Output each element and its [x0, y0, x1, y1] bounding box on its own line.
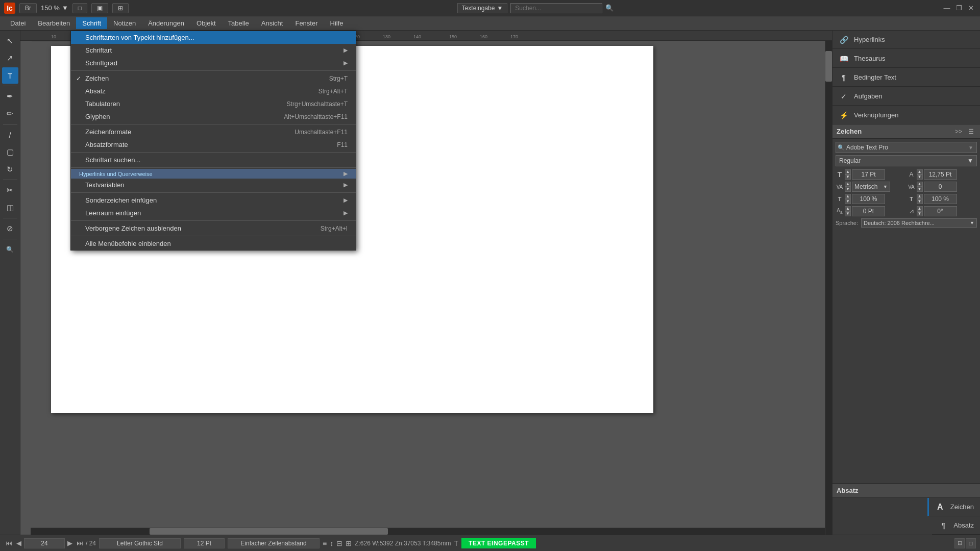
- tracking-up-btn[interactable]: ▲: [917, 182, 923, 187]
- tool-pen[interactable]: ✒: [2, 88, 18, 105]
- tab-bedingter[interactable]: ¶ Bedingter Text: [832, 68, 980, 87]
- tool-type[interactable]: T: [2, 67, 18, 84]
- baseline-down-btn[interactable]: ▼: [845, 211, 851, 216]
- tool-select[interactable]: ↖: [2, 33, 18, 49]
- menu-typekit[interactable]: Schriftarten von Typekit hinzufügen...: [71, 31, 356, 44]
- angle-up-btn[interactable]: ▲: [917, 206, 923, 211]
- font-style-dropdown[interactable]: Regular ▼: [836, 155, 977, 166]
- kerning-down-btn[interactable]: ▼: [845, 187, 851, 192]
- zeichen-expand-btn[interactable]: >>: [953, 128, 964, 135]
- menu-zeichenformate[interactable]: Zeichenformate Umschalttaste+F11: [71, 126, 356, 138]
- vscroll-thumb[interactable]: [825, 51, 832, 82]
- font-size-input[interactable]: 17 Pt: [852, 169, 885, 180]
- baseline-input[interactable]: 0 Pt: [852, 206, 885, 216]
- size-stepper[interactable]: ▲ ▼: [845, 169, 851, 180]
- tab-hyperlinks[interactable]: 🔗 Hyperlinks: [832, 31, 980, 49]
- tool-eyedropper[interactable]: ⊘: [2, 220, 18, 237]
- menu-verborgene[interactable]: Verborgene Zeichen ausblenden Strg+Alt+I: [71, 222, 356, 235]
- menu-zeichen[interactable]: ✓ Zeichen Strg+T: [71, 72, 356, 85]
- menu-tabelle[interactable]: Tabelle: [222, 17, 255, 29]
- hscroll-thumb[interactable]: [150, 528, 388, 535]
- menu-datei[interactable]: Datei: [4, 17, 32, 29]
- menu-schrift[interactable]: Schrift: [76, 17, 107, 29]
- layout-btn-1[interactable]: □: [72, 3, 87, 13]
- scale-h-up-btn[interactable]: ▲: [845, 194, 851, 199]
- tool-direct-select[interactable]: ↗: [2, 50, 18, 66]
- line-spacing-status[interactable]: Einfacher Zeilenabstand: [228, 538, 320, 548]
- zoom-dropdown-icon[interactable]: ▼: [62, 4, 68, 12]
- tool-pencil[interactable]: ✏: [2, 106, 18, 122]
- page-first-btn[interactable]: ⏮: [4, 539, 14, 547]
- tracking-stepper[interactable]: ▲ ▼: [917, 182, 923, 192]
- layout-btn-3[interactable]: ⊞: [112, 3, 129, 13]
- menu-absatz[interactable]: Absatz Strg+Alt+T: [71, 85, 356, 97]
- texteingabe-label[interactable]: Texteingabe ▼: [457, 3, 508, 13]
- angle-down-btn[interactable]: ▼: [917, 211, 923, 216]
- zeichen-menu-btn[interactable]: ☰: [966, 128, 976, 135]
- kerning-stepper[interactable]: ▲ ▼: [845, 182, 851, 192]
- layout-btn-2[interactable]: ▣: [91, 3, 108, 13]
- vertical-scrollbar[interactable]: [825, 41, 832, 535]
- view-btn-2[interactable]: □: [966, 538, 976, 548]
- menu-fenster[interactable]: Fenster: [289, 17, 324, 29]
- sprache-dropdown[interactable]: Deutsch: 2006 Rechtschre... ▼: [861, 218, 977, 228]
- page-last-btn[interactable]: ⏭: [75, 539, 85, 547]
- tab-thesaurus[interactable]: 📖 Thesaurus: [832, 49, 980, 68]
- close-button[interactable]: ✕: [967, 4, 976, 13]
- search-input[interactable]: [510, 3, 602, 13]
- scale-v-down-btn[interactable]: ▼: [917, 199, 923, 204]
- horizontal-scrollbar[interactable]: [31, 528, 825, 535]
- scale-v-up-btn[interactable]: ▲: [917, 194, 923, 199]
- page-next-btn[interactable]: ▶: [66, 539, 74, 547]
- tool-frame[interactable]: ▢: [2, 144, 18, 160]
- page-number-input[interactable]: 24: [24, 538, 65, 548]
- scale-v-stepper[interactable]: ▲ ▼: [917, 194, 923, 204]
- font-size-status[interactable]: 12 Pt: [184, 538, 225, 548]
- tab-absatz[interactable]: ¶ Absatz: [932, 516, 980, 535]
- tool-zoom[interactable]: 🔍: [2, 241, 18, 258]
- search-icon[interactable]: 🔍: [605, 4, 614, 12]
- menu-tabulatoren[interactable]: Tabulatoren Strg+Umschalttaste+T: [71, 97, 356, 110]
- menu-ansicht[interactable]: Ansicht: [255, 17, 289, 29]
- kerning-up-btn[interactable]: ▲: [845, 182, 851, 187]
- kerning-dropdown[interactable]: Metrisch ▼: [852, 182, 890, 192]
- menu-sonderzeichen[interactable]: Sonderzeichen einfügen ▶: [71, 194, 356, 207]
- menu-alle[interactable]: Alle Menübefehle einblenden: [71, 237, 356, 250]
- tool-line[interactable]: /: [2, 127, 18, 143]
- view-btn-1[interactable]: ⊟: [954, 538, 965, 548]
- tracking-input[interactable]: 0: [924, 182, 957, 192]
- scale-h-input[interactable]: 100 %: [852, 194, 885, 204]
- size-up-btn[interactable]: ▲: [845, 169, 851, 174]
- baseline-up-btn[interactable]: ▲: [845, 206, 851, 211]
- menu-aenderungen[interactable]: Änderungen: [142, 17, 190, 29]
- angle-input[interactable]: 0°: [924, 206, 957, 216]
- leading-up-btn[interactable]: ▲: [917, 169, 923, 174]
- menu-leerraum[interactable]: Leerraum einfügen ▶: [71, 207, 356, 219]
- menu-notizen[interactable]: Notizen: [107, 17, 142, 29]
- text-eingepasst-button[interactable]: TEXT EINGEPASST: [461, 538, 536, 548]
- menu-hilfe[interactable]: Hilfe: [324, 17, 350, 29]
- tab-aufgaben[interactable]: ✓ Aufgaben: [832, 87, 980, 106]
- scale-h-stepper[interactable]: ▲ ▼: [845, 194, 851, 204]
- tab-zeichen[interactable]: A Zeichen: [927, 498, 980, 516]
- menu-hyperlinks-section[interactable]: Hyperlinks und Querverweise ▶: [71, 169, 356, 179]
- menu-schriftart-suchen[interactable]: Schriftart suchen...: [71, 154, 356, 166]
- menu-schriftart[interactable]: Schriftart ▶: [71, 44, 356, 57]
- scale-v-input[interactable]: 100 %: [924, 194, 957, 204]
- menu-bearbeiten[interactable]: Bearbeiten: [32, 17, 76, 29]
- bridge-button[interactable]: Br: [19, 3, 37, 13]
- tracking-down-btn[interactable]: ▼: [917, 187, 923, 192]
- leading-input[interactable]: 12,75 Pt: [924, 169, 957, 180]
- scale-h-down-btn[interactable]: ▼: [845, 199, 851, 204]
- font-name-status[interactable]: Letter Gothic Std: [99, 538, 181, 548]
- tool-gradient[interactable]: ◫: [2, 199, 18, 216]
- tab-verknuepfungen[interactable]: ⚡ Verknüpfungen: [832, 106, 980, 124]
- page-prev-btn[interactable]: ◀: [15, 539, 23, 547]
- menu-absatzformate[interactable]: Absatzformate F11: [71, 138, 356, 151]
- menu-glyphen[interactable]: Glyphen Alt+Umschalttaste+F11: [71, 110, 356, 123]
- angle-stepper[interactable]: ▲ ▼: [917, 206, 923, 216]
- menu-schriftgrad[interactable]: Schriftgrad ▶: [71, 57, 356, 69]
- tool-rotate[interactable]: ↻: [2, 161, 18, 178]
- font-name-dropdown[interactable]: Adobe Text Pro ▼: [836, 142, 977, 153]
- leading-stepper[interactable]: ▲ ▼: [917, 169, 923, 180]
